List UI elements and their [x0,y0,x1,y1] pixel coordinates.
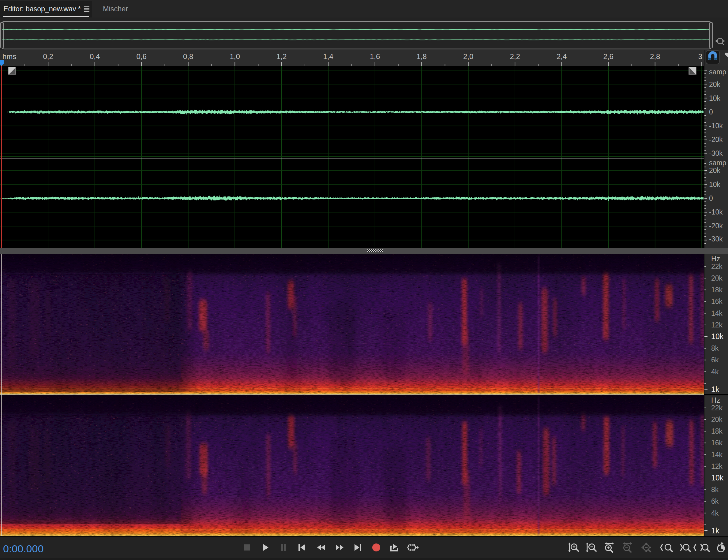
svg-text:-30k: -30k [709,149,723,157]
svg-text:1,6: 1,6 [370,52,380,61]
svg-text:4k: 4k [711,368,719,376]
svg-text:Hz: Hz [711,255,720,263]
svg-text:20k: 20k [711,415,723,423]
svg-text:3: 3 [698,52,702,61]
svg-text:0,8: 0,8 [183,52,193,61]
svg-text:22k: 22k [711,263,723,271]
svg-text:samp: samp [709,159,726,167]
svg-text:6k: 6k [711,497,719,505]
svg-text:2,8: 2,8 [650,52,660,61]
svg-text:8k: 8k [711,486,719,494]
svg-text:1,2: 1,2 [276,52,287,61]
svg-text:18k: 18k [711,286,723,294]
svg-text:4k: 4k [711,509,719,517]
svg-text:-20k: -20k [709,222,723,230]
svg-text:8k: 8k [711,344,719,352]
svg-text:0,6: 0,6 [137,52,147,61]
svg-text:12k: 12k [711,462,723,470]
svg-text:2,6: 2,6 [603,52,614,61]
svg-text:20k: 20k [709,81,721,88]
svg-text:20k: 20k [709,167,721,175]
svg-text:2,0: 2,0 [463,52,473,61]
svg-text:samp: samp [709,68,726,76]
svg-text:12k: 12k [711,321,723,329]
svg-text:1,4: 1,4 [323,52,333,61]
svg-text:-10k: -10k [709,122,723,130]
svg-text:0,2: 0,2 [43,52,53,61]
svg-text:1,0: 1,0 [230,52,240,61]
svg-text:1k: 1k [711,385,719,393]
svg-text:10k: 10k [711,332,724,340]
svg-text:16k: 16k [711,439,723,447]
svg-text:2,4: 2,4 [557,52,567,61]
svg-text:6k: 6k [711,356,719,364]
svg-text:10k: 10k [711,473,724,482]
svg-text:Hz: Hz [711,396,720,404]
svg-text:hms: hms [2,52,16,61]
svg-text:20k: 20k [711,274,723,282]
svg-text:-20k: -20k [709,136,723,144]
svg-text:2,2: 2,2 [510,52,520,61]
svg-text:14k: 14k [711,309,723,317]
svg-text:0,4: 0,4 [90,52,100,61]
svg-text:1,8: 1,8 [417,52,427,61]
svg-text:0: 0 [709,194,713,202]
svg-text:22k: 22k [711,404,723,412]
svg-text:-10k: -10k [709,208,723,216]
svg-text:1k: 1k [711,526,719,535]
svg-text:18k: 18k [711,427,723,435]
svg-text:14k: 14k [711,451,723,459]
svg-text:-30k: -30k [709,235,723,243]
svg-text:10k: 10k [709,181,721,189]
svg-text:0: 0 [709,108,713,116]
svg-text:10k: 10k [709,94,721,102]
svg-text:16k: 16k [711,297,723,305]
